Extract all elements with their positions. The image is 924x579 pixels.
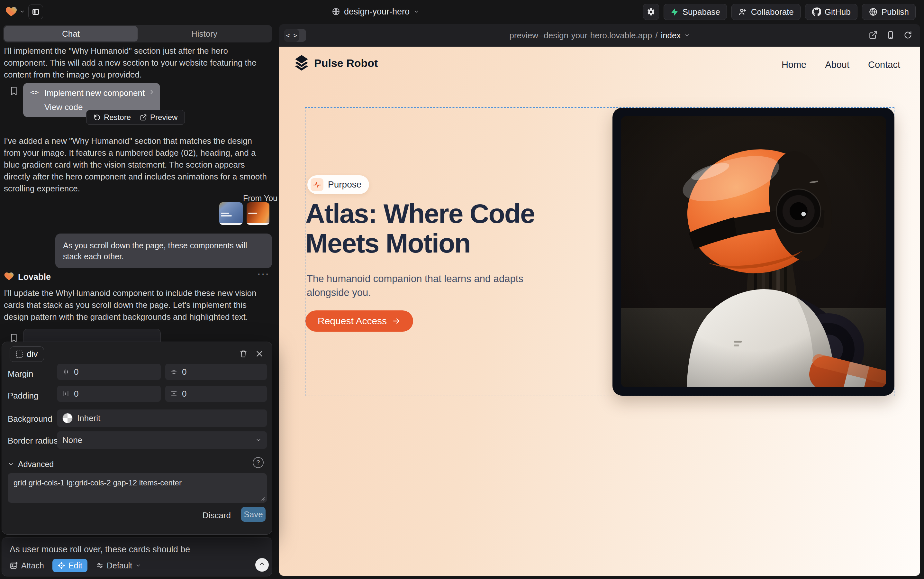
- github-button[interactable]: GitHub: [805, 4, 857, 20]
- tab-history-label: History: [191, 29, 217, 39]
- message-more-icon[interactable]: ···: [257, 268, 269, 280]
- project-name: design-your-hero: [344, 7, 410, 17]
- globe-small-icon: [332, 7, 340, 16]
- attachment-thumbnail-orange[interactable]: [247, 202, 269, 225]
- sidebar-toggle-button[interactable]: [28, 5, 43, 19]
- gear-icon: [647, 8, 655, 16]
- padding-y-input[interactable]: 0: [165, 386, 267, 402]
- mode-label: Default: [107, 561, 132, 570]
- agent-name: Lovable: [18, 272, 51, 282]
- mobile-view-icon[interactable]: [886, 31, 895, 39]
- edit-mode-chip[interactable]: Edit: [52, 559, 87, 572]
- supabase-label: Supabase: [682, 7, 720, 17]
- restore-label: Restore: [104, 113, 131, 122]
- nav-home[interactable]: Home: [782, 59, 806, 70]
- save-button[interactable]: Save: [241, 507, 266, 522]
- attachment-thumbnail-blue[interactable]: [219, 202, 243, 225]
- close-panel-button[interactable]: [255, 350, 264, 358]
- help-icon[interactable]: ?: [253, 457, 264, 468]
- edit-label: Edit: [69, 561, 82, 570]
- margin-y-input[interactable]: 0: [165, 364, 267, 380]
- margin-x-value: 0: [74, 367, 78, 377]
- restore-button[interactable]: Restore: [93, 113, 131, 122]
- site-canvas: Pulse Robot Home About Contact Purpose A…: [279, 47, 920, 576]
- classes-textarea[interactable]: grid grid-cols-1 lg:grid-cols-2 gap-12 i…: [8, 473, 267, 503]
- top-bar: design-your-hero Supabase Co: [0, 0, 924, 23]
- code-icon: <>: [30, 88, 39, 96]
- padding-y-icon: [170, 390, 178, 397]
- padding-x-value: 0: [74, 389, 78, 399]
- chat-history-tabs: Chat History: [3, 25, 272, 43]
- resize-handle[interactable]: [260, 496, 265, 501]
- advanced-label[interactable]: Advanced: [18, 460, 54, 469]
- tab-chat-label: Chat: [62, 29, 80, 39]
- nav-contact[interactable]: Contact: [868, 59, 900, 70]
- border-radius-label: Border radius: [8, 436, 58, 446]
- mode-selector[interactable]: Default: [96, 561, 141, 570]
- lovable-logo-icon[interactable]: [5, 5, 17, 18]
- restore-preview-bar: Restore Preview: [86, 110, 185, 125]
- margin-x-input[interactable]: 0: [57, 364, 161, 380]
- border-radius-select[interactable]: None: [57, 431, 267, 449]
- hero-subtitle: The humanoid companion that learns and a…: [307, 272, 541, 299]
- collaborate-icon: [738, 7, 747, 16]
- app-window: design-your-hero Supabase Co: [0, 0, 924, 579]
- pulse-icon: [310, 178, 323, 191]
- github-label: GitHub: [824, 7, 851, 17]
- attach-button[interactable]: Attach: [10, 561, 44, 570]
- tab-history[interactable]: History: [137, 26, 271, 41]
- pulse-robot-logo-icon: [294, 55, 309, 71]
- nav-about[interactable]: About: [825, 59, 849, 70]
- preview-panel: < > preview--design-your-hero.lovable.ap…: [279, 24, 920, 576]
- settings-button[interactable]: [643, 4, 659, 20]
- assistant-message-3: I'll update the WhyHumanoid component to…: [4, 287, 271, 323]
- margin-x-icon: [62, 368, 69, 375]
- collaborate-label: Collaborate: [751, 7, 794, 17]
- target-icon: [57, 562, 65, 569]
- purpose-badge: Purpose: [307, 175, 369, 194]
- arrow-right-icon: [392, 317, 401, 325]
- page-chevron-down-icon: [684, 33, 690, 38]
- supabase-button[interactable]: Supabase: [664, 4, 727, 20]
- refresh-icon[interactable]: [903, 31, 913, 39]
- request-access-button[interactable]: Request Access: [305, 311, 413, 332]
- transparency-swatch-icon: [62, 413, 73, 423]
- composer-input[interactable]: As user mouse roll over, these cards sho…: [10, 545, 190, 554]
- publish-button[interactable]: Publish: [862, 4, 916, 20]
- padding-y-value: 0: [182, 389, 186, 399]
- project-selector[interactable]: design-your-hero: [332, 0, 419, 23]
- advanced-chevron-icon[interactable]: [8, 461, 14, 468]
- delete-element-button[interactable]: [239, 350, 248, 358]
- preview-label: Preview: [150, 113, 178, 122]
- hero-heading: Atlas: Where Code Meets Motion: [305, 199, 588, 258]
- discard-button[interactable]: Discard: [202, 510, 231, 520]
- supabase-icon: [670, 8, 679, 16]
- assistant-message-2: I've added a new "Why Humanoid" section …: [4, 135, 271, 195]
- restore-icon: [93, 114, 101, 121]
- view-code-link[interactable]: View code: [44, 102, 83, 112]
- collaborate-button[interactable]: Collaborate: [731, 4, 800, 20]
- robot-image-card: [612, 108, 895, 396]
- element-tag-chip[interactable]: div: [10, 347, 44, 362]
- workspace-chevron-down-icon[interactable]: [19, 9, 25, 15]
- classes-value: grid grid-cols-1 lg:grid-cols-2 gap-12 i…: [13, 478, 182, 487]
- padding-x-input[interactable]: 0: [57, 386, 161, 402]
- margin-y-value: 0: [182, 367, 186, 377]
- url-separator: /: [655, 31, 658, 41]
- border-radius-value: None: [62, 435, 82, 445]
- preview-url-bar[interactable]: preview--design-your-hero.lovable.app / …: [279, 24, 920, 47]
- background-input[interactable]: Inherit: [57, 409, 267, 427]
- site-logo[interactable]: Pulse Robot: [294, 55, 378, 71]
- tab-chat[interactable]: Chat: [4, 26, 137, 41]
- attach-label: Attach: [21, 561, 44, 570]
- send-button[interactable]: [255, 558, 269, 572]
- preview-url: preview--design-your-hero.lovable.app: [509, 31, 652, 41]
- robot-image: [621, 116, 886, 387]
- bookmark-icon[interactable]: [10, 86, 18, 96]
- open-external-icon[interactable]: [869, 31, 878, 39]
- mode-chevron-down-icon: [135, 563, 141, 568]
- background-value: Inherit: [77, 413, 100, 423]
- select-chevron-down-icon: [255, 437, 262, 443]
- chat-composer[interactable]: As user mouse roll over, these cards sho…: [2, 537, 272, 576]
- preview-button[interactable]: Preview: [140, 113, 178, 122]
